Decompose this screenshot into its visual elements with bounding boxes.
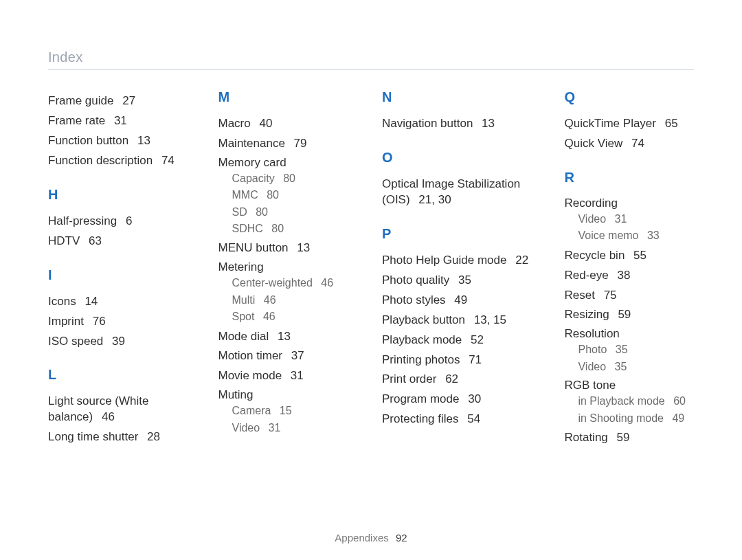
page-footer: Appendixes 92 [0,532,742,544]
index-subentry-label: SD [232,206,247,218]
index-subentry: in Playback mode 60 [578,394,694,409]
index-entry: Playback button 13, 15 [382,313,530,328]
index-letter-heading: O [382,150,530,166]
index-column: Frame guide 27Frame rate 31Function butt… [48,89,184,450]
index-subentry-label: Multi [232,294,256,306]
index-entry-label: Photo styles [382,293,446,306]
index-subentry: Video 31 [578,212,694,227]
index-entry-pages: 62 [445,372,458,385]
index-entry-pages: 79 [294,137,307,150]
index-entry-pages: 6 [126,214,132,227]
index-entry-pages: 38 [617,269,630,282]
index-letter-heading: I [48,267,184,283]
index-subentry-pages: 60 [673,395,686,407]
index-subentry: Video 35 [578,359,694,374]
index-entry-label: Print order [382,372,436,385]
index-entry-label: QuickTime Player [564,117,656,130]
index-subentry-pages: 46 [264,294,276,306]
index-group-head: Recording [564,197,694,210]
index-subentry: Voice memo 33 [578,228,694,243]
index-subentry-pages: 80 [256,206,268,218]
index-entry: Navigation button 13 [382,116,530,132]
index-entry-label: Protecting files [382,412,459,425]
index-entry: ISO speed 39 [48,334,184,350]
index-column: NNavigation button 13OOptical Image Stab… [382,89,530,450]
index-entry-pages: 28 [147,430,160,443]
index-subentry-label: in Playback mode [578,395,664,407]
index-subentry-label: in Shooting mode [578,412,664,424]
index-columns: Frame guide 27Frame rate 31Function butt… [48,89,694,450]
index-entry-pages: 13 [297,241,310,254]
index-entry-label: Maintenance [218,137,285,150]
index-entry-label: Movie mode [218,369,282,382]
index-entry-label: Macro [218,117,251,130]
index-subentry-pages: 46 [263,311,276,322]
index-entry: Half-pressing 6 [48,214,184,229]
index-entry-pages: 21, 30 [418,193,451,206]
index-entry-pages: 37 [291,349,304,362]
index-entry: Resizing 59 [564,307,694,323]
index-subentry-pages: 46 [321,277,333,289]
index-entry-label: Navigation button [382,117,473,130]
index-entry-pages: 30 [468,392,481,405]
index-letter-heading: R [564,170,694,186]
index-subentry-label: Video [578,213,606,225]
footer-section: Appendixes [335,532,388,544]
index-letter-heading: N [382,89,530,105]
index-entry: Movie mode 31 [218,368,348,384]
index-entry-pages: 55 [633,249,647,262]
index-entry-label: Red-eye [564,269,608,282]
index-subentry-label: MMC [232,189,258,201]
index-entry: Maintenance 79 [218,136,348,152]
index-entry-label: Printing photos [382,353,460,366]
index-entry-pages: 22 [515,254,528,267]
index-subentry-pages: 35 [615,361,627,372]
index-entry: Photo styles 49 [382,293,530,309]
index-entry: MENU button 13 [218,240,348,256]
index-subentry: Video 31 [232,421,348,436]
index-subentry-pages: 31 [269,422,281,434]
index-entry-pages: 76 [93,315,106,328]
index-entry-pages: 71 [469,353,482,366]
index-group-head: Resolution [564,327,694,341]
index-subentry-label: Spot [232,311,255,322]
index-subentry-label: Voice memo [578,229,638,241]
index-letter-heading: L [48,367,184,383]
index-letter-heading: H [48,187,184,203]
index-entry-label: Motion timer [218,349,283,362]
index-entry: Mode dial 13 [218,329,348,345]
page: Index Frame guide 27Frame rate 31Functio… [0,0,742,560]
index-entry-pages: 31 [114,114,127,127]
index-entry-label: Long time shutter [48,430,138,443]
index-subentry-pages: 33 [647,229,660,241]
index-entry: Recycle bin 55 [564,248,694,264]
index-entry: Reset 75 [564,288,694,304]
index-entry: Function description 74 [48,153,184,169]
index-entry-label: Recycle bin [564,249,625,262]
index-subentry: Capacity 80 [232,171,348,186]
index-subentry: Camera 15 [232,403,348,418]
index-subentry-pages: 80 [271,223,284,234]
index-entry-label: Light source (White balance) [48,394,148,423]
index-entry-pages: 39 [112,335,125,348]
index-subentry-pages: 31 [615,213,627,225]
index-subentry: Multi 46 [232,293,348,308]
index-subentry-label: Capacity [232,172,275,184]
index-entry-label: HDTV [48,234,80,247]
index-entry-pages: 75 [604,289,617,302]
index-entry-pages: 27 [122,94,135,107]
index-entry-label: Rotating [564,431,607,444]
index-entry: Rotating 59 [564,430,694,446]
index-entry: Red-eye 38 [564,268,694,284]
index-subentry-label: Camera [232,405,271,416]
index-subentry: MMC 80 [232,188,348,203]
index-letter-heading: M [218,89,348,105]
index-entry: Motion timer 37 [218,348,348,364]
index-entry-label: Frame guide [48,94,113,107]
index-entry-label: Resizing [564,308,609,321]
index-entry-pages: 59 [617,431,630,444]
index-entry-pages: 59 [618,308,631,321]
index-entry: Protecting files 54 [382,412,530,427]
index-column: MMacro 40Maintenance 79Memory cardCapaci… [218,89,348,450]
index-entry-pages: 46 [102,410,115,423]
